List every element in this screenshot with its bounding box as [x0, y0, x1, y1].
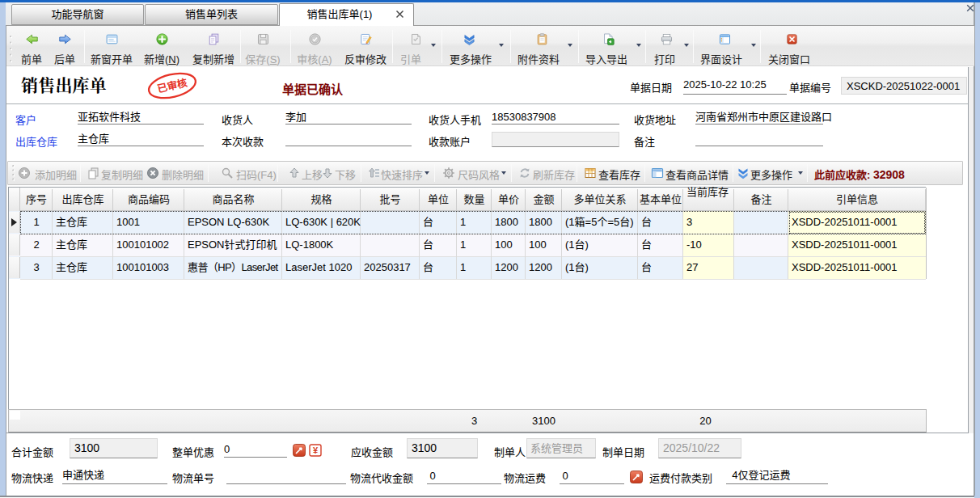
svg-text:已审核: 已审核 — [156, 76, 188, 95]
svg-text:¥: ¥ — [313, 445, 319, 455]
